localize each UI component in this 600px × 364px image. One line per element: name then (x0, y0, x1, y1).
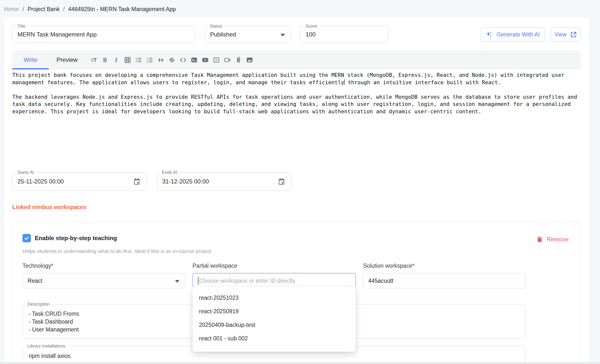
workspace-description-label: Description (26, 302, 51, 307)
teaching-helper-text: Helps students in understanding what to … (22, 248, 211, 254)
starts-at-label: Starts At (16, 170, 35, 175)
external-link-icon (570, 31, 577, 38)
generate-with-ai-label: Generate With AI (496, 31, 540, 38)
starts-at-field[interactable]: Starts At 25-11-2025 00:00 (12, 172, 147, 191)
trash-icon (536, 236, 543, 243)
teaching-checkbox[interactable] (22, 234, 31, 242)
youtube-icon[interactable] (202, 56, 209, 64)
status-select[interactable]: Status Published (205, 26, 291, 43)
workspace-option[interactable]: 20250409-backup-test (193, 318, 356, 332)
workspace-option[interactable]: react-20251023 (193, 291, 356, 305)
editor-paragraph: The backend leverages Node.js and Expres… (12, 93, 580, 115)
score-field[interactable]: Score 100 (300, 26, 388, 43)
workspace-option[interactable]: react 001 - sub 002 (193, 332, 356, 345)
sparkles-icon (486, 31, 493, 38)
svg-text:3: 3 (146, 61, 148, 63)
attachment-icon[interactable] (235, 56, 242, 64)
technology-select-value: React (28, 278, 42, 284)
tab-write[interactable]: Write (12, 50, 49, 69)
starts-at-value[interactable]: 25-11-2025 00:00 (13, 173, 146, 190)
project-editor-card: Title MERN Task Management App Status Pu… (4, 17, 589, 364)
technology-label: Technology* (22, 263, 185, 269)
description-editor: Write Preview TT B I (12, 50, 581, 164)
solution-workspace-label: Solution workspace* (363, 263, 526, 269)
title-field-label: Title (16, 24, 27, 29)
editor-tabbar: Write Preview TT B I (12, 50, 581, 69)
partial-workspace-placeholder: Choose workspace or enter ID directly (199, 278, 295, 284)
partial-workspace-input[interactable]: Choose workspace or enter ID directly (193, 273, 356, 288)
table-icon[interactable] (124, 56, 131, 64)
terminal-icon[interactable] (191, 56, 198, 64)
view-button[interactable]: View (551, 28, 581, 41)
tab-preview[interactable]: Preview (49, 50, 85, 69)
breadcrumb-current-project: 4464925tn - MERN Task Management App (68, 6, 176, 13)
linked-workspaces-heading: Linked nimbus workspaces (12, 204, 581, 211)
header-buttons: Generate With AI View (481, 28, 581, 41)
project-bank-page: Home / Project Bank / 4464925tn - MERN T… (0, 0, 600, 364)
technology-select[interactable]: React (22, 273, 185, 288)
remove-workspace-button[interactable]: Remove (536, 236, 569, 243)
workspace-card: Enable step-by-step teaching Helps stude… (12, 222, 581, 364)
numbered-list-icon[interactable]: 123 (146, 56, 153, 64)
ends-at-value[interactable]: 31-12-2025 00:00 (157, 173, 291, 190)
image-icon[interactable] (246, 56, 253, 64)
svg-text:T: T (91, 58, 93, 62)
chevron-down-icon (175, 280, 179, 283)
code-icon[interactable] (179, 56, 187, 64)
workspace-options-dropdown: react-20251023 react-20250919 20250409-b… (193, 287, 356, 352)
bulleted-list-icon[interactable] (135, 56, 142, 64)
quote-icon[interactable] (157, 56, 164, 64)
video-camera-icon[interactable] (224, 56, 231, 64)
score-field-label: Score (304, 24, 318, 29)
chevron-down-icon (281, 34, 285, 36)
text-cursor (198, 277, 198, 285)
breadcrumb: Home / Project Bank / 4464925tn - MERN T… (0, 0, 600, 13)
generate-with-ai-button[interactable]: Generate With AI (481, 28, 545, 41)
video-play-icon[interactable] (213, 56, 220, 64)
title-field-value[interactable]: MERN Task Management App (13, 26, 195, 43)
bold-icon[interactable]: B (102, 56, 109, 64)
calendar-icon[interactable] (277, 177, 286, 187)
top-fields-row: Title MERN Task Management App Status Pu… (12, 26, 581, 43)
breadcrumb-home[interactable]: Home (4, 6, 19, 13)
workspace-fields-row: Technology* React Partial workspace Choo… (22, 263, 571, 288)
partial-workspace-label: Partial workspace (193, 263, 356, 269)
svg-text:B: B (103, 56, 107, 63)
dates-row: Starts At 25-11-2025 00:00 Ends At 31-12… (12, 172, 581, 191)
viewport-bottom-edge (0, 362, 600, 364)
solution-workspace-value: 445acuutt (368, 278, 393, 284)
title-field[interactable]: Title MERN Task Management App (12, 26, 195, 43)
ends-at-label: Ends At (160, 170, 179, 175)
ends-at-field[interactable]: Ends At 31-12-2025 00:00 (157, 172, 291, 191)
calendar-icon[interactable] (133, 177, 141, 187)
editor-toolbar: TT B I 123 (91, 56, 253, 64)
view-button-label: View (554, 31, 566, 38)
breadcrumb-separator: / (22, 6, 24, 13)
strikethrough-icon[interactable]: S (168, 56, 176, 64)
svg-text:T: T (93, 56, 97, 63)
breadcrumb-project-bank[interactable]: Project Bank (28, 6, 60, 13)
italic-icon[interactable]: I (113, 56, 120, 64)
svg-text:I: I (115, 56, 118, 63)
solution-workspace-input[interactable]: 445acuutt (363, 273, 526, 288)
remove-button-label: Remove (547, 236, 569, 243)
status-select-label: Status (208, 24, 224, 29)
library-installations-label: Library installations (26, 344, 67, 349)
breadcrumb-separator: / (63, 6, 65, 13)
workspace-option[interactable]: react-20250919 (193, 305, 356, 318)
editor-textarea[interactable]: This project bank focuses on developing … (12, 69, 581, 164)
format-size-icon[interactable]: TT (91, 56, 98, 64)
library-line: npm install axios (29, 352, 519, 360)
teaching-checkbox-label[interactable]: Enable step-by-step teaching (35, 235, 117, 242)
workspace-card-header: Enable step-by-step teaching Helps stude… (22, 234, 571, 254)
editor-paragraph: This project bank focuses on developing … (12, 71, 580, 86)
